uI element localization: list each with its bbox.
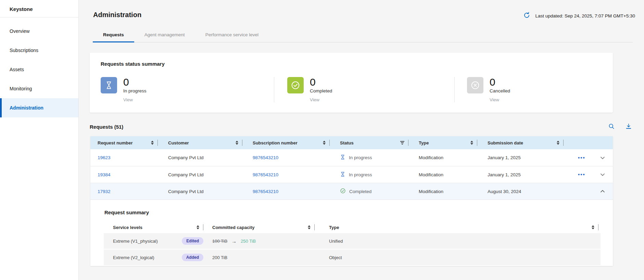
hourglass-icon — [101, 77, 117, 93]
cancel-circle-icon — [467, 77, 483, 93]
requests-title: Requests (51) — [90, 124, 123, 130]
sort-icon[interactable] — [235, 140, 239, 145]
sort-icon[interactable] — [556, 140, 560, 145]
submission-date-cell: January 1, 2025 — [479, 172, 566, 177]
capacity-cell: 200 TiB — [205, 255, 317, 260]
completed-icon — [340, 188, 346, 195]
main-content: Administration Last updated: Sep 24, 202… — [79, 0, 644, 280]
download-icon — [625, 123, 632, 131]
in-progress-label: In progress — [123, 88, 147, 93]
table-row-expanded: 17932 Company Pvt Ltd 9876543210 Complet… — [90, 183, 613, 200]
submission-date-cell: January 1, 2025 — [479, 155, 566, 160]
column-separator — [157, 140, 158, 146]
request-summary-panel: Request summary Service levels Committed… — [90, 200, 613, 266]
completed-label: Completed — [310, 88, 332, 93]
column-separator — [563, 140, 564, 146]
request-number-link[interactable]: 19623 — [98, 155, 111, 160]
status-text: In progress — [349, 172, 372, 177]
column-header-customer[interactable]: Customer — [160, 136, 244, 149]
service-level-row: Extreme (V2_logical) Added 200 TiB Objec… — [104, 250, 601, 266]
tab-requests[interactable]: Requests — [93, 28, 134, 42]
sidebar-divider — [0, 17, 78, 17]
request-summary-title: Request summary — [104, 209, 601, 215]
request-number-link[interactable]: 19384 — [98, 172, 111, 177]
status-tile-completed: 0 Completed View — [274, 77, 454, 102]
column-separator — [242, 140, 242, 146]
page-title: Administration — [93, 11, 141, 19]
sort-icon[interactable] — [150, 140, 154, 145]
chevron-down-icon[interactable] — [599, 154, 606, 161]
cancelled-label: Cancelled — [490, 88, 510, 93]
customer-cell: Company Pvt Ltd — [160, 155, 244, 160]
sidebar-item-monitoring[interactable]: Monitoring — [0, 79, 78, 98]
tab-bar: Requests Agent management Performance se… — [93, 28, 633, 42]
app-brand: Keystone — [0, 0, 78, 17]
in-progress-count: 0 — [123, 77, 147, 87]
column-header-status[interactable]: Status — [332, 136, 411, 149]
table-row: 19623 Company Pvt Ltd 9876543210 In prog… — [90, 149, 613, 166]
column-separator — [314, 224, 315, 230]
completed-view-link[interactable]: View — [310, 97, 319, 102]
subscription-number-link[interactable]: 9876543210 — [253, 172, 278, 177]
column-header-submission-date[interactable]: Submission date — [479, 136, 566, 149]
old-capacity: 100 TiB — [212, 239, 227, 244]
type-cell: Modification — [411, 189, 479, 194]
chevron-down-icon[interactable] — [599, 171, 606, 178]
column-header-request-number[interactable]: Request number — [90, 136, 160, 149]
column-header-service-levels[interactable]: Service levels — [104, 224, 205, 230]
added-badge: Added — [182, 254, 203, 261]
request-summary-header: Service levels Committed capacity Type — [104, 221, 601, 233]
sidebar-item-subscriptions[interactable]: Subscriptions — [0, 41, 78, 60]
sidebar-item-label: Assets — [10, 67, 24, 72]
request-number-link[interactable]: 17932 — [98, 189, 111, 194]
cancelled-view-link[interactable]: View — [490, 97, 499, 102]
sidebar-item-assets[interactable]: Assets — [0, 60, 78, 79]
sort-icon[interactable] — [470, 140, 474, 145]
submission-date-cell: August 30, 2024 — [479, 189, 566, 194]
column-header-committed-capacity[interactable]: Committed capacity — [205, 224, 317, 230]
sidebar-item-label: Overview — [10, 28, 29, 34]
service-level-name: Extreme (V2_logical) — [113, 255, 174, 260]
service-level-name: Extreme (V1_physical) — [113, 239, 174, 244]
column-separator — [477, 140, 477, 146]
last-updated-text: Last updated: Sep 24, 2025, 7:07 PM GMT+… — [535, 13, 635, 18]
card-title: Requests status summary — [101, 61, 602, 67]
in-progress-view-link[interactable]: View — [123, 97, 133, 102]
search-icon — [608, 123, 615, 131]
type-cell: Modification — [411, 172, 479, 177]
arrow-right-icon: → — [231, 238, 237, 244]
sidebar-item-label: Monitoring — [10, 86, 32, 91]
column-header-subscription-number[interactable]: Subscription number — [244, 136, 332, 149]
sidebar-item-administration[interactable]: Administration — [0, 98, 78, 117]
new-capacity: 250 TiB — [241, 239, 256, 244]
filter-icon[interactable] — [400, 140, 405, 145]
refresh-icon — [523, 12, 530, 20]
column-separator — [329, 140, 330, 146]
sort-icon[interactable] — [307, 225, 311, 230]
last-updated: Last updated: Sep 24, 2025, 7:07 PM GMT+… — [523, 12, 635, 20]
sort-icon[interactable] — [322, 140, 326, 145]
column-header-type[interactable]: Type — [411, 136, 479, 149]
edited-badge: Edited — [182, 237, 203, 245]
tab-agent-management[interactable]: Agent management — [134, 28, 195, 42]
request-summary-table: Service levels Committed capacity Type — [104, 221, 601, 266]
column-header-summary-type[interactable]: Type — [317, 224, 601, 230]
chevron-up-icon[interactable] — [599, 188, 606, 195]
search-button[interactable] — [608, 123, 615, 131]
more-options-icon[interactable]: ••• — [578, 156, 585, 160]
subscription-number-link[interactable]: 9876543210 — [253, 189, 278, 194]
check-circle-icon — [287, 77, 304, 93]
type-cell: Modification — [411, 155, 479, 160]
refresh-button[interactable] — [523, 12, 530, 20]
tab-performance-service-level[interactable]: Performance service level — [195, 28, 269, 42]
subscription-number-link[interactable]: 9876543210 — [253, 155, 278, 160]
download-button[interactable] — [625, 123, 632, 131]
requests-actions — [608, 123, 633, 131]
page-header: Administration Last updated: Sep 24, 202… — [79, 0, 644, 20]
more-options-icon[interactable]: ••• — [578, 173, 585, 176]
sort-icon[interactable] — [591, 225, 595, 230]
sort-icon[interactable] — [196, 225, 200, 230]
sidebar-item-overview[interactable]: Overview — [0, 22, 78, 41]
status-tiles: 0 In progress View 0 Completed View — [101, 77, 602, 102]
customer-cell: Company Pvt Ltd — [160, 189, 244, 194]
